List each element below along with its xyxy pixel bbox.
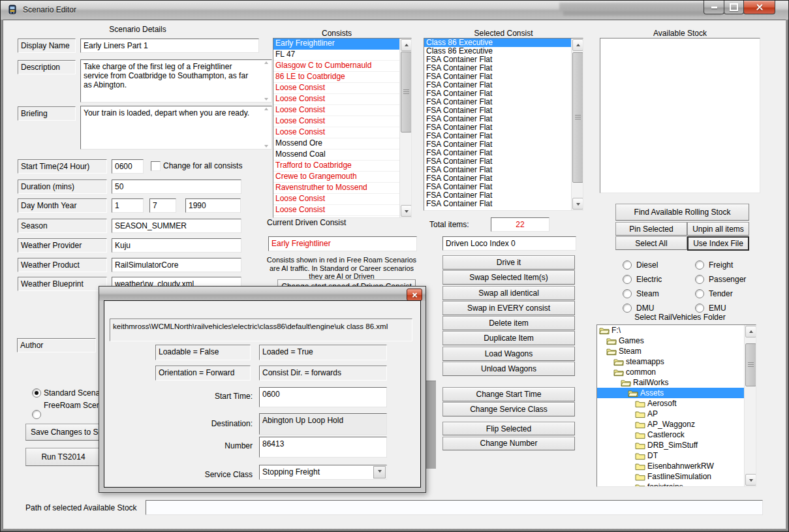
maximize-button[interactable] bbox=[724, 1, 744, 14]
display-name-input[interactable]: Early Liners Part 1 bbox=[80, 39, 259, 53]
title-bar[interactable]: Scenario Editor bbox=[1, 1, 788, 20]
start-time-input[interactable]: 0600 bbox=[112, 159, 144, 174]
path-selected-stock-input[interactable] bbox=[146, 500, 763, 515]
tree-item[interactable]: Assets bbox=[597, 388, 756, 398]
radio-button[interactable] bbox=[695, 260, 704, 270]
consist-extra-button[interactable]: Change Number bbox=[442, 437, 575, 450]
radio-button[interactable] bbox=[623, 304, 632, 313]
radio-button[interactable] bbox=[695, 304, 704, 313]
stock-type-radio-row[interactable]: Freight bbox=[695, 258, 764, 272]
consist-change-button[interactable]: Change Start Time bbox=[442, 387, 575, 401]
selected-consist-item[interactable]: FSA Container Flat bbox=[424, 72, 583, 81]
consist-list-item[interactable]: Loose Consist bbox=[273, 94, 411, 105]
year-input[interactable]: 1990 bbox=[185, 198, 241, 213]
scroll-down-button[interactable] bbox=[401, 205, 412, 217]
tree-item[interactable]: Games bbox=[597, 336, 756, 346]
service-class-dropdown[interactable]: Stopping Freight bbox=[259, 465, 387, 480]
consist-list-item[interactable]: Ravenstruther to Mossend bbox=[273, 183, 411, 194]
consist-action-button[interactable]: Swap in EVERY consist bbox=[442, 301, 575, 315]
month-input[interactable]: 7 bbox=[149, 198, 176, 213]
radio-button[interactable] bbox=[623, 260, 632, 270]
consist-change-button[interactable]: Change Service Class bbox=[442, 402, 575, 416]
selected-consist-item[interactable]: FSA Container Flat bbox=[424, 106, 583, 115]
scroll-up-button[interactable] bbox=[745, 326, 756, 337]
consist-list-item[interactable]: Loose Consist bbox=[273, 194, 411, 205]
scrollbar-thumb[interactable] bbox=[401, 52, 412, 133]
consists-scrollbar[interactable] bbox=[399, 39, 411, 217]
consist-action-button[interactable]: Swap Selected Item(s) bbox=[442, 270, 575, 285]
selected-consist-item[interactable]: Class 86 Executive bbox=[424, 47, 583, 55]
consist-list-item[interactable]: Crewe to Grangemouth bbox=[273, 172, 411, 183]
selected-consist-item[interactable]: FSA Container Flat bbox=[424, 166, 583, 174]
weather-provider-input[interactable]: Kuju bbox=[112, 238, 241, 253]
day-input[interactable]: 1 bbox=[112, 198, 144, 213]
tree-item[interactable]: EisenbahnwerkRW bbox=[597, 461, 756, 471]
tree-item[interactable]: Castlerock bbox=[597, 430, 756, 440]
consist-list-item[interactable]: FL 47 bbox=[273, 50, 411, 61]
consist-extra-button[interactable]: Flip Selected bbox=[442, 422, 575, 435]
minimize-button[interactable] bbox=[704, 1, 724, 14]
consist-action-button[interactable]: Duplicate Item bbox=[442, 331, 575, 345]
consist-list-item[interactable]: 86 LE to Coatbridge bbox=[273, 72, 411, 83]
consist-action-button[interactable]: Swap all identical bbox=[442, 286, 575, 300]
freeroam-scenario-radio[interactable] bbox=[32, 410, 41, 419]
consist-list-item[interactable]: Mossend Ore bbox=[273, 138, 411, 149]
available-stock-list[interactable] bbox=[600, 38, 760, 193]
stock-type-radio-row[interactable]: Diesel bbox=[623, 258, 691, 272]
consist-list-item[interactable]: Glasgow C to Cumbernauld bbox=[273, 61, 411, 72]
weather-product-input[interactable]: RailSimulatorCore bbox=[112, 258, 241, 272]
tree-item[interactable]: Aerosoft bbox=[597, 398, 756, 409]
duration-input[interactable]: 50 bbox=[112, 180, 241, 194]
run-ts2014-button[interactable]: Run TS2014 bbox=[25, 448, 101, 466]
selected-consist-item[interactable]: FSA Container Flat bbox=[424, 174, 583, 183]
consist-action-button[interactable]: Delete item bbox=[442, 316, 575, 330]
unpin-all-button[interactable]: Unpin all items bbox=[687, 222, 749, 236]
selected-consist-item[interactable]: FSA Container Flat bbox=[424, 81, 583, 89]
selected-consist-item[interactable]: FSA Container Flat bbox=[424, 123, 583, 132]
selected-consist-scrollbar[interactable] bbox=[571, 39, 583, 210]
consist-action-button[interactable]: Drive it bbox=[442, 255, 575, 270]
radio-button[interactable] bbox=[623, 275, 632, 284]
select-all-button[interactable]: Select All bbox=[615, 236, 687, 250]
consists-list[interactable]: Early FreightlinerFL 47Glasgow C to Cumb… bbox=[273, 38, 412, 218]
consist-list-item[interactable]: Loose Consist bbox=[273, 127, 411, 138]
description-input[interactable]: Take charge of the first leg of a Freigh… bbox=[80, 59, 272, 102]
consist-list-item[interactable]: Loose Consist bbox=[273, 83, 411, 94]
consist-list-item[interactable]: Mossend Coal bbox=[273, 149, 411, 161]
selected-consist-item[interactable]: FSA Container Flat bbox=[424, 115, 583, 123]
radio-button[interactable] bbox=[623, 289, 632, 298]
driven-loco-input[interactable]: Driven Loco Index 0 bbox=[442, 236, 576, 251]
stock-type-radio-row[interactable]: Electric bbox=[623, 272, 691, 287]
selected-consist-item[interactable]: FSA Container Flat bbox=[424, 157, 583, 166]
scrollbar-thumb[interactable] bbox=[572, 52, 583, 183]
tree-item[interactable]: FastlineSimulation bbox=[597, 471, 756, 482]
scroll-down-button[interactable] bbox=[572, 198, 583, 210]
selected-consist-item[interactable]: FSA Container Flat bbox=[424, 183, 583, 191]
use-index-file-button[interactable]: Use Index File bbox=[687, 236, 749, 251]
scrollbar-thumb[interactable] bbox=[745, 343, 756, 386]
dialog-number-input[interactable]: 86413 bbox=[259, 437, 387, 458]
stock-type-radio-row[interactable]: Tender bbox=[695, 287, 764, 301]
tree-item[interactable]: Steam bbox=[597, 346, 756, 356]
selected-consist-item[interactable]: FSA Container Flat bbox=[424, 55, 583, 64]
tree-item[interactable]: F:\ bbox=[597, 325, 756, 336]
tree-item[interactable]: AP_Waggonz bbox=[597, 419, 756, 430]
selected-consist-item[interactable]: FSA Container Flat bbox=[424, 64, 583, 72]
season-input[interactable]: SEASON_SUMMER bbox=[112, 219, 241, 233]
railvehicles-folder-tree[interactable]: F:\ Games Steam steamapps bbox=[596, 324, 756, 487]
change-all-consists-checkbox[interactable] bbox=[151, 161, 161, 171]
selected-consist-item[interactable]: FSA Container Flat bbox=[424, 191, 583, 200]
consist-action-button[interactable]: Load Wagons bbox=[442, 347, 575, 361]
description-scrollbar[interactable] bbox=[261, 61, 271, 101]
radio-button[interactable] bbox=[695, 275, 704, 284]
selected-consist-item[interactable]: FSA Container Flat bbox=[424, 98, 583, 106]
stock-type-radio-row[interactable]: Steam bbox=[623, 287, 691, 301]
current-driven-input[interactable]: Early Freightliner bbox=[268, 236, 417, 251]
briefing-input[interactable]: Your train is loaded, depart when you ar… bbox=[80, 106, 272, 149]
consist-list-item[interactable]: Trafford to Coatbridge bbox=[273, 161, 411, 172]
consist-action-button[interactable]: Unload Wagons bbox=[442, 362, 575, 376]
consist-list-item[interactable]: Early Freightliner bbox=[273, 39, 411, 50]
tree-item[interactable]: DRB_SimStuff bbox=[597, 440, 756, 450]
selected-consist-item[interactable]: Class 86 Executive bbox=[424, 39, 583, 47]
find-rolling-stock-button[interactable]: Find Available Rolling Stock bbox=[615, 204, 749, 221]
